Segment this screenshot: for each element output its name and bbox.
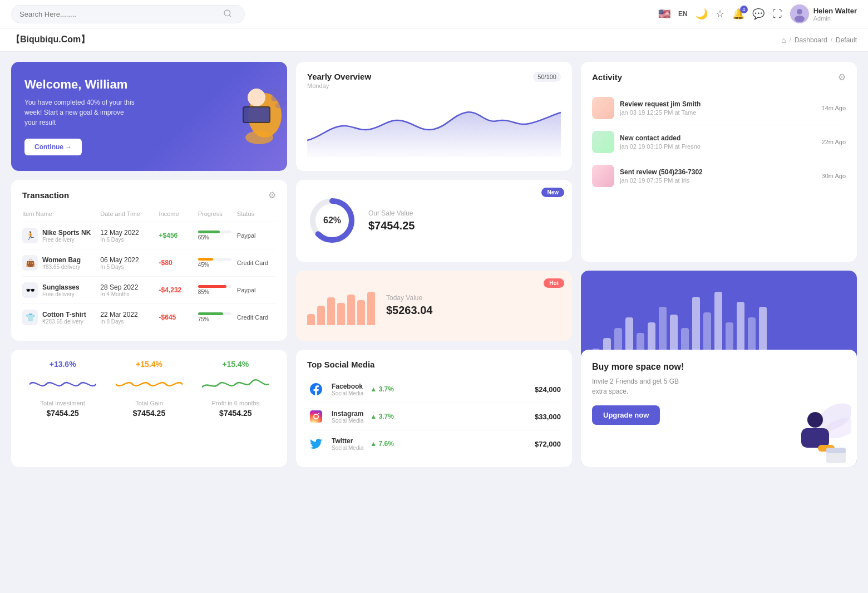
- item-name-2: Sunglasses: [42, 283, 80, 291]
- welcome-banner: Welcome, William You have completed 40% …: [11, 62, 287, 171]
- avatar: [790, 4, 809, 23]
- yearly-chart: [307, 96, 561, 157]
- search-input[interactable]: [19, 10, 220, 18]
- item-sub-2: Free delivery: [42, 291, 80, 297]
- user-role: Admin: [813, 15, 857, 22]
- chat-icon[interactable]: 💬: [752, 8, 765, 20]
- search-bar[interactable]: [11, 5, 245, 23]
- activity-info-2: Sent review (504)236-7302 jan 02 19 07:3…: [620, 168, 816, 184]
- col-status: Status: [237, 210, 276, 217]
- svg-rect-8: [244, 107, 269, 122]
- item-income-0: +$456: [159, 232, 198, 239]
- yearly-title: Yearly Overview: [307, 72, 371, 81]
- item-cell-1: 👜 Women Bag ₹83.65 delivery: [22, 255, 100, 271]
- svg-point-6: [248, 89, 265, 106]
- stat-pct-0: +13.6%: [22, 360, 103, 369]
- transaction-settings-icon[interactable]: ⚙: [268, 190, 276, 200]
- today-bar-0: [307, 314, 315, 325]
- activity-time-2: 30m Ago: [822, 173, 846, 179]
- item-date-2: 28 Sep 2022 In 4 Months: [100, 283, 159, 297]
- promo-card: Buy more space now! Invite 2 Friends and…: [581, 350, 857, 467]
- stat-item-1: +15.4% Total Gain $7454.25: [108, 360, 189, 457]
- stat-sparkline-1: [108, 373, 189, 395]
- breadcrumb-dashboard[interactable]: Dashboard: [795, 36, 827, 44]
- sale-label: Our Sale Value: [368, 209, 415, 217]
- nav-right: 🇺🇸 EN 🌙 ☆ 🔔 4 💬 ⛶ Helen Walter Admin: [658, 4, 857, 23]
- item-icon-3: 👕: [22, 310, 38, 325]
- social-icon-twitter: [307, 435, 325, 453]
- card-header: Yearly Overview Monday 50/100: [307, 72, 561, 89]
- activity-title-1: New contact added: [620, 134, 816, 142]
- activity-card: Activity ⚙ Review request jim Smith jan …: [581, 62, 857, 262]
- social-amount-2: $72,000: [535, 440, 561, 448]
- table-row-1: 👜 Women Bag ₹83.65 delivery 06 May 2022 …: [22, 249, 276, 277]
- today-bar-1: [317, 306, 325, 325]
- col-progress: Progress: [198, 210, 237, 217]
- activity-title-0: Review request jim Smith: [620, 100, 816, 108]
- table-header: Item Name Date and Time Income Progress …: [22, 206, 276, 222]
- social-info-0: Facebook Social Media: [332, 383, 363, 396]
- svg-point-18: [318, 413, 319, 414]
- today-value: $5263.04: [386, 304, 432, 317]
- brand-logo: 【Biqubiqu.Com】: [11, 34, 90, 46]
- stat-value-1: $7454.25: [108, 409, 189, 418]
- transaction-card: Transaction ⚙ Item Name Date and Time In…: [11, 180, 287, 341]
- today-bar-chart: [307, 286, 375, 325]
- item-progress-2: 85%: [198, 285, 237, 295]
- svg-rect-25: [826, 448, 846, 453]
- item-icon-1: 👜: [22, 255, 38, 271]
- item-status-3: Credit Card: [237, 314, 276, 321]
- svg-point-4: [795, 16, 805, 22]
- item-status-0: Paypal: [237, 232, 276, 239]
- social-amount-1: $33,000: [535, 413, 561, 421]
- activity-avatar-0: [592, 97, 614, 119]
- social-title: Top Social Media: [307, 360, 561, 369]
- breadcrumb: ⌂ / Dashboard / Default: [781, 36, 857, 45]
- activity-info-1: New contact added jan 02 19 03:10 PM at …: [620, 134, 816, 150]
- svg-line-1: [229, 15, 231, 17]
- activity-title-2: Sent review (504)236-7302: [620, 168, 816, 176]
- svg-point-3: [797, 9, 802, 14]
- language-label: EN: [678, 10, 688, 18]
- activity-time-0: 14m Ago: [822, 105, 846, 111]
- transaction-rows: 🏃 Nike Sports NK Free delivery 12 May 20…: [22, 222, 276, 331]
- stat-item-2: +15.4% Profit in 6 months $7454.25: [195, 360, 276, 457]
- item-income-2: -$4,232: [159, 286, 198, 294]
- welcome-subtitle: You have completed 40% of your this week…: [24, 97, 136, 128]
- notification-icon[interactable]: 🔔 4: [732, 8, 744, 20]
- stat-item-0: +13.6% Total Investment $7454.25: [22, 360, 103, 457]
- item-cell-2: 🕶️ Sunglasses Free delivery: [22, 282, 100, 298]
- table-row-2: 🕶️ Sunglasses Free delivery 28 Sep 2022 …: [22, 277, 276, 304]
- item-status-1: Credit Card: [237, 259, 276, 266]
- stat-pct-2: +15.4%: [195, 360, 276, 369]
- activity-time-1: 22m Ago: [822, 139, 846, 145]
- stat-label-0: Total Investment: [22, 400, 103, 406]
- item-icon-0: 🏃: [22, 228, 38, 243]
- table-row-3: 👕 Cotton T-shirt ₹283.65 delivery 22 Mar…: [22, 304, 276, 331]
- col-item: Item Name: [22, 210, 100, 217]
- today-bar-2: [327, 297, 335, 325]
- breadcrumb-default: Default: [836, 36, 857, 44]
- expand-icon[interactable]: ⛶: [772, 8, 782, 20]
- moon-icon[interactable]: 🌙: [696, 8, 708, 20]
- yearly-subtitle: Monday: [307, 82, 371, 89]
- user-menu[interactable]: Helen Walter Admin: [790, 4, 857, 23]
- home-icon[interactable]: ⌂: [781, 36, 786, 45]
- stat-label-1: Total Gain: [108, 400, 189, 406]
- search-icon: [223, 9, 232, 19]
- stat-sparkline-2: [195, 373, 276, 395]
- sale-info: Our Sale Value $7454.25: [368, 209, 415, 232]
- navbar: 🇺🇸 EN 🌙 ☆ 🔔 4 💬 ⛶ Helen Walter Admin: [0, 0, 868, 28]
- today-label: Today Value: [386, 294, 432, 302]
- stats-card: +13.6% Total Investment $7454.25 +15.4% …: [11, 350, 287, 467]
- continue-button[interactable]: Continue →: [24, 139, 82, 155]
- today-bar-5: [357, 300, 365, 325]
- social-items: Facebook Social Media ▲ 3.7% $24,000 Ins…: [307, 376, 561, 457]
- activity-settings-icon[interactable]: ⚙: [838, 72, 846, 82]
- sale-value-card: New 62% Our Sale Value $7454.25: [296, 180, 572, 262]
- upgrade-button[interactable]: Upgrade now: [592, 405, 660, 425]
- star-icon[interactable]: ☆: [716, 8, 724, 20]
- today-info: Today Value $5263.04: [386, 294, 432, 317]
- activity-item-0: Review request jim Smith jan 03 19 12:25…: [592, 91, 846, 125]
- today-value-card: Hot Today Value $5263.04: [296, 271, 572, 341]
